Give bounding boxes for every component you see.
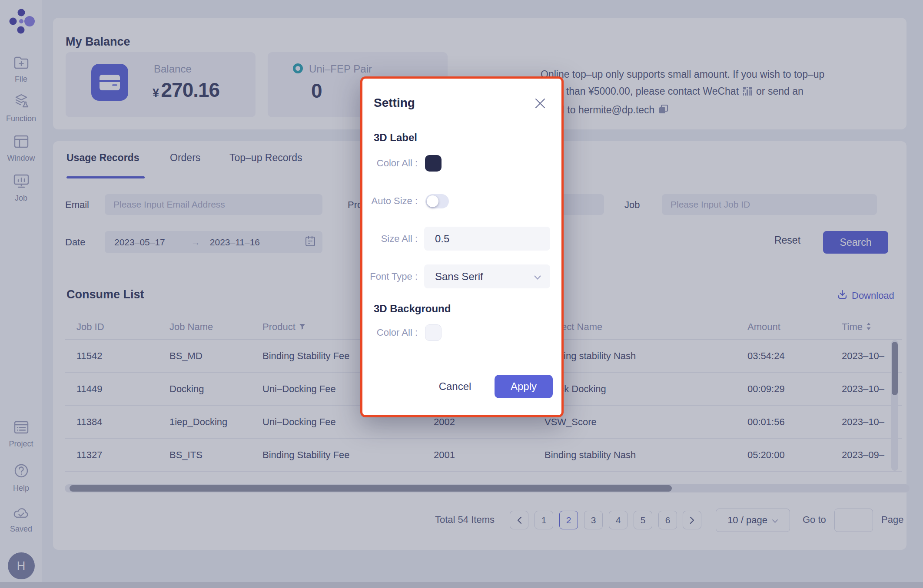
auto-size-label: Auto Size : xyxy=(362,195,418,207)
cancel-button[interactable]: Cancel xyxy=(435,377,475,396)
app-window: File Function Window xyxy=(0,0,923,588)
auto-size-row: Auto Size : xyxy=(362,193,561,209)
close-icon[interactable] xyxy=(535,98,546,111)
size-all-value: 0.5 xyxy=(435,233,449,245)
section-3d-label: 3D Label xyxy=(374,132,417,144)
section-3d-background: 3D Background xyxy=(374,303,451,315)
color-all-row: Color All : xyxy=(362,155,561,172)
toggle-knob xyxy=(427,195,438,207)
apply-button[interactable]: Apply xyxy=(495,375,553,398)
setting-modal: Setting 3D Label Color All : Auto Size :… xyxy=(360,76,564,417)
bg-color-all-label: Color All : xyxy=(362,327,418,338)
chevron-down-icon xyxy=(534,271,541,283)
font-type-row: Font Type : Sans Serif xyxy=(362,264,561,288)
font-type-select[interactable]: Sans Serif xyxy=(424,264,550,288)
font-type-value: Sans Serif xyxy=(435,271,483,283)
size-all-label: Size All : xyxy=(362,233,418,244)
font-type-label: Font Type : xyxy=(362,271,418,282)
size-all-input[interactable]: 0.5 xyxy=(424,227,550,251)
auto-size-toggle-off[interactable] xyxy=(425,194,449,208)
modal-title: Setting xyxy=(374,96,415,110)
bg-color-all-row: Color All : xyxy=(362,324,561,341)
label-color-swatch[interactable] xyxy=(425,155,442,172)
background-color-swatch[interactable] xyxy=(425,324,442,341)
color-all-label: Color All : xyxy=(362,158,418,169)
size-all-row: Size All : 0.5 xyxy=(362,227,561,251)
